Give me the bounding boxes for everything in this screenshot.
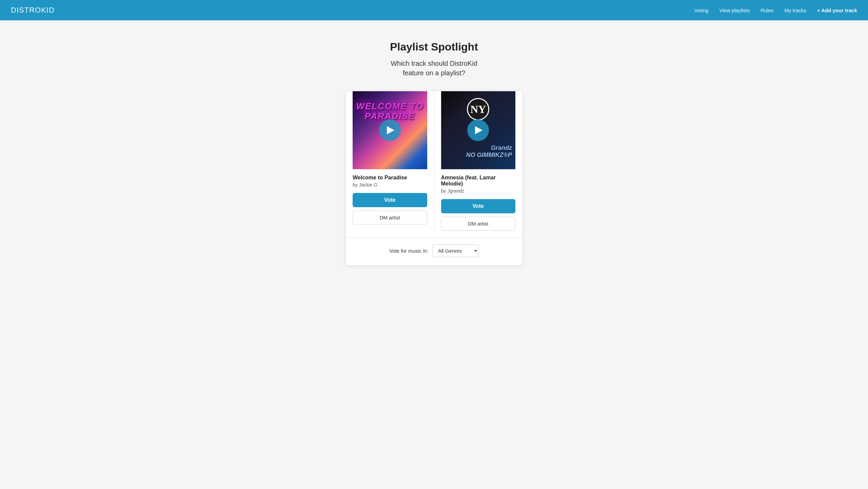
logo-light: KID [41,6,55,14]
main-content: Playlist Spotlight Which track should Di… [0,20,868,292]
page-title: Playlist Spotlight [390,41,478,53]
play-icon-2 [475,126,482,134]
genre-filter-label: Vote for music in: [389,248,428,254]
track-info-2: Amnesia (feat. Lamar Melodie) by Jgrandz… [441,169,516,231]
play-icon-1 [387,126,394,134]
genre-select[interactable]: All Genres Pop Hip-Hop R&B Rock Electron… [432,244,479,257]
genre-filter-row: Vote for music in: All Genres Pop Hip-Ho… [346,237,522,257]
voting-card: Welcome to Paradise by Jackie G Vote DM … [346,91,522,265]
logo-bold: DISTRO [11,6,41,14]
track-artist-2: by Jgrandz [441,188,516,194]
track-item-2: Amnesia (feat. Lamar Melodie) by Jgrandz… [434,91,522,231]
nav-voting[interactable]: Voting [694,7,709,13]
play-button-1[interactable] [379,119,401,141]
album-art-1[interactable] [353,91,427,169]
dm-button-2[interactable]: DM artist [441,217,516,231]
main-nav: Voting View playlists Rules My tracks + … [694,7,857,13]
nav-my-tracks[interactable]: My tracks [785,7,806,13]
track-title-2: Amnesia (feat. Lamar Melodie) [441,175,516,187]
vote-button-2[interactable]: Vote [441,199,516,213]
track-item-1: Welcome to Paradise by Jackie G Vote DM … [346,91,434,231]
nav-view-playlists[interactable]: View playlists [719,7,750,13]
nav-add-track[interactable]: + Add your track [817,7,857,13]
site-header: DISTROKID Voting View playlists Rules My… [0,0,868,20]
track-artist-1: by Jackie G [353,182,427,188]
track-title-1: Welcome to Paradise [353,175,427,181]
vote-button-1[interactable]: Vote [353,193,427,207]
tracks-row: Welcome to Paradise by Jackie G Vote DM … [346,91,522,231]
site-logo: DISTROKID [11,6,55,15]
track-info-1: Welcome to Paradise by Jackie G Vote DM … [353,169,427,224]
nav-rules[interactable]: Rules [761,7,773,13]
play-button-2[interactable] [467,119,489,141]
dm-button-1[interactable]: DM artist [353,211,427,224]
album-art-2[interactable] [441,91,516,169]
page-subtitle: Which track should DistroKidfeature on a… [391,59,477,78]
